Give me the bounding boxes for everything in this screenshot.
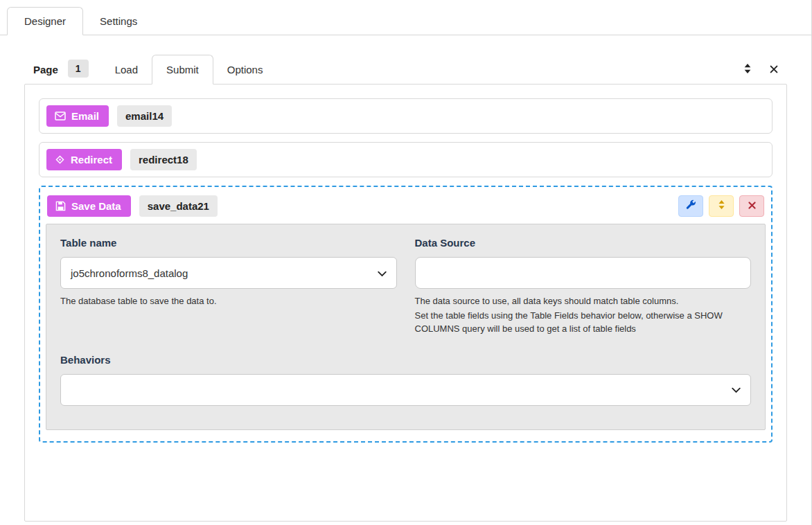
behaviors-select[interactable] xyxy=(60,374,751,406)
data-source-help-2: Set the table fields using the Table Fie… xyxy=(415,310,752,336)
chevron-down-icon xyxy=(378,267,387,279)
delete-x-icon xyxy=(748,200,757,213)
table-name-help: The database table to save the data to. xyxy=(60,295,397,308)
save-data-action-badge[interactable]: Save Data xyxy=(47,195,131,217)
email-action-badge[interactable]: Email xyxy=(46,105,109,127)
behaviors-field: Behaviors xyxy=(60,354,751,406)
action-type-label: Redirect xyxy=(71,154,112,166)
action-block-save-data[interactable]: Save Data save_data21 xyxy=(39,186,773,443)
action-row-redirect[interactable]: Redirect redirect18 xyxy=(39,142,773,177)
action-row-email[interactable]: Email email14 xyxy=(39,98,773,134)
chevron-down-icon xyxy=(732,384,741,395)
table-name-label: Table name xyxy=(60,237,397,249)
page-tab-bar: Page 1 Load Submit Options xyxy=(24,55,787,84)
close-page-icon[interactable] xyxy=(761,57,787,81)
submit-actions-panel: Email email14 Redirect redirect18 Sav xyxy=(24,84,787,522)
table-name-value: jo5chronoforms8_datalog xyxy=(71,267,188,279)
table-name-select[interactable]: jo5chronoforms8_datalog xyxy=(60,257,397,289)
save-data-settings: Table name jo5chronoforms8_datalog The d… xyxy=(46,224,766,430)
page-number-badge[interactable]: 1 xyxy=(68,60,89,78)
reorder-button[interactable] xyxy=(709,195,734,217)
tab-options[interactable]: Options xyxy=(213,55,277,84)
action-name-badge: redirect18 xyxy=(130,149,197,170)
action-type-label: Email xyxy=(71,110,99,122)
save-icon xyxy=(55,201,66,211)
email-icon xyxy=(55,112,66,121)
redirect-icon xyxy=(55,154,65,165)
action-type-label: Save Data xyxy=(71,200,121,212)
tab-settings[interactable]: Settings xyxy=(83,8,154,35)
data-source-label: Data Source xyxy=(415,237,752,249)
tab-load[interactable]: Load xyxy=(101,55,152,84)
data-source-input[interactable] xyxy=(415,257,752,289)
sort-pages-icon[interactable] xyxy=(734,56,761,81)
designer-content: Page 1 Load Submit Options Email email14 xyxy=(0,35,811,522)
data-source-field: Data Source The data source to use, all … xyxy=(415,237,752,336)
delete-button[interactable] xyxy=(739,195,764,217)
action-name-badge: email14 xyxy=(117,105,172,127)
sort-arrows-icon xyxy=(717,199,726,213)
main-tab-bar: Designer Settings xyxy=(0,0,811,35)
save-data-header: Save Data save_data21 xyxy=(46,194,766,224)
redirect-action-badge[interactable]: Redirect xyxy=(46,149,122,170)
page-label: Page xyxy=(33,55,58,84)
tab-designer[interactable]: Designer xyxy=(7,7,83,35)
wrench-icon xyxy=(685,199,696,213)
table-name-field: Table name jo5chronoforms8_datalog The d… xyxy=(60,237,397,336)
data-source-help-1: The data source to use, all data keys sh… xyxy=(415,295,752,308)
action-name-badge: save_data21 xyxy=(139,195,218,217)
tab-submit[interactable]: Submit xyxy=(152,55,213,84)
configure-button[interactable] xyxy=(678,195,703,217)
behaviors-label: Behaviors xyxy=(60,354,751,366)
